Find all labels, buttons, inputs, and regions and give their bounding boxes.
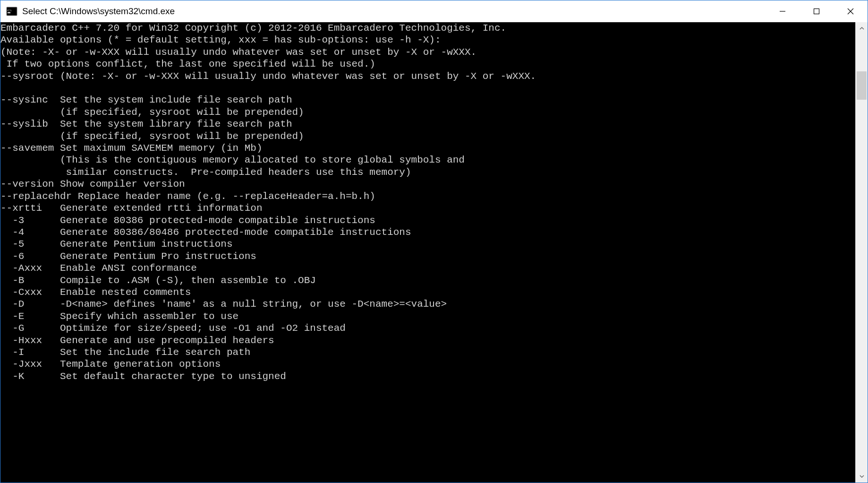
window-controls [766, 0, 868, 22]
scroll-up-button[interactable] [856, 22, 868, 34]
close-button[interactable] [834, 0, 868, 22]
maximize-button[interactable] [800, 0, 834, 22]
svg-rect-4 [814, 9, 819, 14]
scroll-down-button[interactable] [856, 470, 868, 483]
scroll-thumb[interactable] [857, 71, 867, 100]
minimize-button[interactable] [766, 0, 800, 22]
titlebar[interactable]: C:\ Select C:\Windows\system32\cmd.exe [0, 0, 868, 22]
svg-text:C:\: C:\ [8, 9, 12, 12]
titlebar-left: C:\ Select C:\Windows\system32\cmd.exe [6, 6, 175, 17]
vertical-scrollbar[interactable] [855, 22, 868, 483]
client-area: Embarcadero C++ 7.20 for Win32 Copyright… [0, 22, 868, 483]
terminal-output[interactable]: Embarcadero C++ 7.20 for Win32 Copyright… [0, 22, 855, 483]
svg-rect-2 [8, 12, 10, 13]
scroll-track[interactable] [856, 34, 868, 470]
cmd-window: C:\ Select C:\Windows\system32\cmd.exe E… [0, 0, 868, 483]
cmd-icon: C:\ [6, 6, 17, 17]
window-title: Select C:\Windows\system32\cmd.exe [22, 6, 175, 17]
